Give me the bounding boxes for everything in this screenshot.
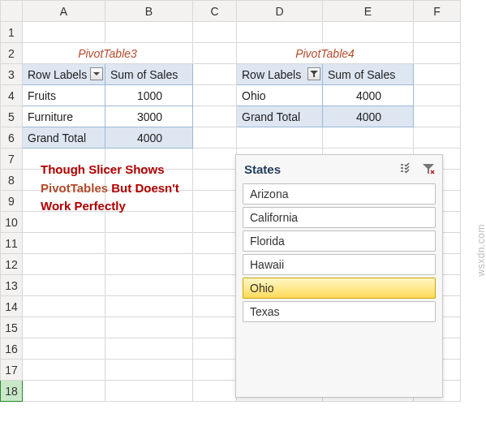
col-header[interactable]: B — [105, 1, 193, 22]
cell[interactable] — [105, 233, 193, 254]
row-header[interactable]: 10 — [1, 212, 23, 233]
pivot4-row-labels-header[interactable]: Row Labels — [237, 64, 323, 85]
cell[interactable] — [237, 127, 323, 149]
states-slicer[interactable]: States ArizonaCaliforniaFloridaHawaiiOhi… — [235, 154, 443, 398]
row-header[interactable]: 16 — [1, 338, 23, 360]
pivot3-total-label[interactable]: Grand Total — [23, 127, 105, 149]
slicer-item[interactable]: Florida — [243, 230, 436, 252]
pivot3-title: PivotTable3 — [23, 43, 193, 64]
row-header[interactable]: 5 — [1, 106, 23, 127]
filter-active-icon[interactable] — [308, 67, 320, 80]
cell[interactable] — [105, 381, 193, 402]
row-header[interactable]: 14 — [1, 296, 23, 317]
cell[interactable] — [23, 296, 105, 317]
cell[interactable] — [414, 22, 461, 43]
cell[interactable] — [193, 22, 237, 43]
pivot3-row[interactable]: Furniture — [23, 106, 105, 127]
cell[interactable] — [323, 22, 414, 43]
col-header[interactable]: F — [414, 1, 461, 22]
row-header-selected[interactable]: 18 — [1, 381, 23, 402]
row-header[interactable]: 3 — [1, 64, 23, 85]
cell[interactable] — [105, 296, 193, 317]
col-header[interactable]: E — [323, 1, 414, 22]
col-header-row: A B C D E F — [1, 1, 461, 22]
cell[interactable] — [193, 43, 237, 64]
row-header[interactable]: 2 — [1, 43, 23, 64]
cell[interactable] — [193, 64, 237, 85]
row-header[interactable]: 13 — [1, 275, 23, 296]
row-header[interactable]: 9 — [1, 191, 23, 212]
cell[interactable] — [414, 43, 461, 64]
annotation-text: Though Slicer Shows PivotTables But Does… — [41, 161, 211, 216]
cell[interactable] — [105, 317, 193, 338]
pivot4-row-labels-text: Row Labels — [242, 68, 301, 81]
cell[interactable] — [193, 127, 237, 149]
row-header[interactable]: 6 — [1, 127, 23, 149]
slicer-item[interactable]: Texas — [243, 301, 436, 322]
pivot3-value[interactable]: 1000 — [105, 85, 193, 106]
multi-select-icon[interactable] — [398, 162, 413, 176]
row-header[interactable]: 15 — [1, 317, 23, 338]
slicer-item[interactable]: Arizona — [243, 183, 436, 205]
cell[interactable] — [193, 296, 237, 317]
row-header[interactable]: 7 — [1, 149, 23, 170]
pivot3-row-labels-header[interactable]: Row Labels — [23, 64, 105, 85]
cell[interactable] — [414, 85, 461, 106]
pivot3-row-labels-text: Row Labels — [28, 68, 87, 81]
cell[interactable] — [23, 360, 105, 381]
slicer-items: ArizonaCaliforniaFloridaHawaiiOhioTexas — [241, 183, 437, 322]
cell[interactable] — [105, 338, 193, 360]
corner-cell[interactable] — [1, 1, 23, 22]
pivot4-title: PivotTable4 — [237, 43, 414, 64]
cell[interactable] — [193, 254, 237, 275]
cell[interactable] — [23, 317, 105, 338]
cell[interactable] — [414, 127, 461, 149]
cell[interactable] — [237, 22, 323, 43]
cell[interactable] — [414, 64, 461, 85]
slicer-item[interactable]: Ohio — [243, 278, 436, 299]
row-header[interactable]: 12 — [1, 254, 23, 275]
cell[interactable] — [323, 127, 414, 149]
pivot4-value-header[interactable]: Sum of Sales — [323, 64, 414, 85]
row-header[interactable]: 11 — [1, 233, 23, 254]
cell[interactable] — [193, 85, 237, 106]
slicer-header: States — [241, 160, 437, 181]
pivot4-row[interactable]: Ohio — [237, 85, 323, 106]
pivot3-total-value[interactable]: 4000 — [105, 127, 193, 149]
col-header[interactable]: C — [193, 1, 237, 22]
cell[interactable] — [23, 338, 105, 360]
cell[interactable] — [105, 360, 193, 381]
pivot4-total-label[interactable]: Grand Total — [237, 106, 323, 127]
cell[interactable] — [193, 106, 237, 127]
cell[interactable] — [193, 381, 237, 402]
pivot4-total-value[interactable]: 4000 — [323, 106, 414, 127]
slicer-item[interactable]: California — [243, 207, 436, 228]
row-header[interactable]: 4 — [1, 85, 23, 106]
dropdown-icon[interactable] — [90, 67, 103, 80]
cell[interactable] — [23, 381, 105, 402]
pivot3-value-header[interactable]: Sum of Sales — [105, 64, 193, 85]
cell[interactable] — [193, 317, 237, 338]
row-header[interactable]: 1 — [1, 22, 23, 43]
clear-filter-icon[interactable] — [421, 162, 436, 176]
pivot3-row[interactable]: Fruits — [23, 85, 105, 106]
row-header[interactable]: 17 — [1, 360, 23, 381]
cell[interactable] — [105, 22, 193, 43]
cell[interactable] — [23, 22, 105, 43]
cell[interactable] — [193, 360, 237, 381]
cell[interactable] — [105, 254, 193, 275]
cell[interactable] — [23, 254, 105, 275]
slicer-item[interactable]: Hawaii — [243, 254, 436, 275]
cell[interactable] — [23, 275, 105, 296]
pivot3-value[interactable]: 3000 — [105, 106, 193, 127]
col-header[interactable]: A — [23, 1, 105, 22]
cell[interactable] — [193, 275, 237, 296]
col-header[interactable]: D — [237, 1, 323, 22]
cell[interactable] — [23, 233, 105, 254]
pivot4-value[interactable]: 4000 — [323, 85, 414, 106]
cell[interactable] — [193, 233, 237, 254]
cell[interactable] — [105, 275, 193, 296]
cell[interactable] — [193, 338, 237, 360]
cell[interactable] — [414, 106, 461, 127]
row-header[interactable]: 8 — [1, 170, 23, 191]
